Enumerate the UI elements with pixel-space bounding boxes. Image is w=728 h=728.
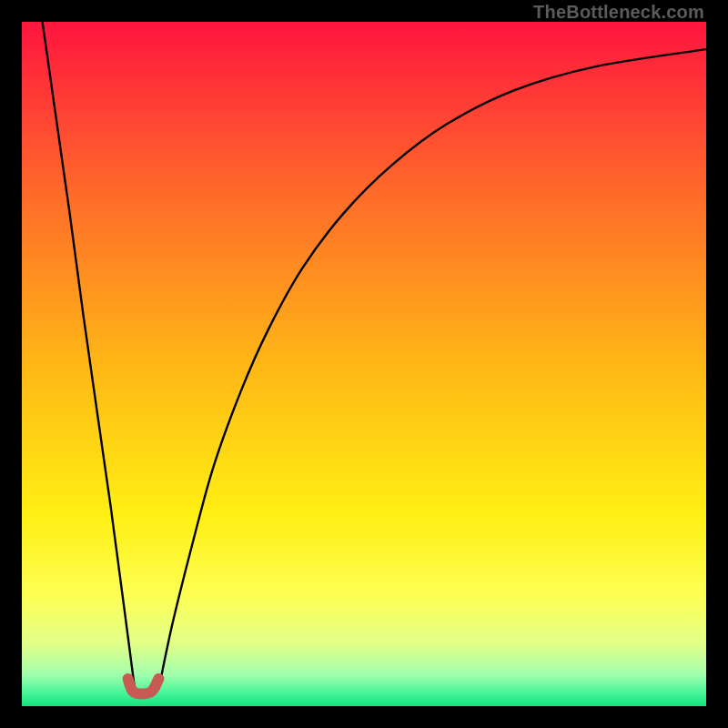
bottleneck-chart bbox=[22, 22, 706, 706]
chart-frame bbox=[22, 22, 706, 706]
watermark-text: TheBottleneck.com bbox=[533, 2, 704, 23]
